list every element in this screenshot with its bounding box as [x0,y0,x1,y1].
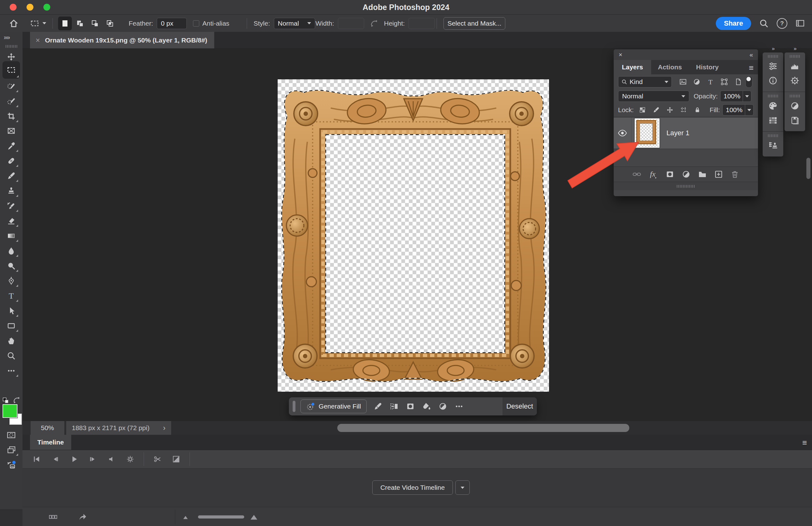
lock-position-button[interactable] [663,106,677,113]
delete-layer-icon[interactable] [730,170,739,179]
close-window-button[interactable] [10,4,17,11]
search-icon[interactable] [759,19,769,28]
taskbar-drag-handle[interactable] [293,401,295,412]
zoom-tool[interactable] [3,349,19,363]
select-and-mask-button[interactable]: Select and Mask... [444,17,505,30]
default-colors-icon[interactable] [2,397,10,405]
anti-alias-checkbox[interactable] [193,20,199,27]
tab-actions[interactable]: Actions [651,60,688,74]
quick-mask-button[interactable] [3,428,19,442]
filter-type-layers-button[interactable]: T [704,78,717,86]
dock-drag-handle[interactable] [789,55,800,58]
foreground-color-swatch[interactable] [2,404,17,418]
histogram-panel-button[interactable] [788,59,802,73]
filter-smart-objects-button[interactable] [731,78,745,86]
add-mask-icon[interactable] [666,170,674,179]
panel-resize-grip[interactable] [614,182,758,190]
swap-dimensions-icon[interactable] [370,19,378,28]
split-clip-button[interactable] [152,454,163,465]
generative-fill-button[interactable]: Generative Fill [301,399,367,413]
selection-brush-tool[interactable] [3,94,19,108]
zoom-in-thumbnails-icon[interactable] [249,512,259,522]
lock-artboard-button[interactable] [677,106,691,113]
generate-image-button[interactable] [3,457,19,472]
dock-drag-handle[interactable] [768,55,778,58]
navigator-panel-button[interactable] [788,73,802,88]
color-panel-button[interactable] [766,99,780,113]
style-dropdown[interactable]: Normal [274,18,315,29]
help-icon[interactable]: ? [777,18,787,29]
type-tool[interactable]: T [3,289,19,303]
history-brush-tool[interactable] [3,199,19,213]
panel-menu-icon[interactable]: ≡ [749,63,754,73]
lock-pixels-button[interactable] [649,106,663,113]
properties-panel-button[interactable] [766,59,780,73]
modify-selection-button[interactable] [386,399,402,413]
height-input[interactable] [408,18,435,29]
intersect-selection-button[interactable] [103,17,117,30]
render-export-icon[interactable] [78,512,87,522]
timeline-settings-button[interactable] [125,454,135,465]
eyedropper-tool[interactable] [3,139,19,153]
filter-adjustment-layers-button[interactable] [690,78,704,86]
layer-row-selected[interactable]: Layer 1 [614,117,758,149]
minimize-window-button[interactable] [27,4,33,11]
swap-colors-icon[interactable] [13,396,20,404]
dock-drag-handle[interactable] [768,134,778,137]
horizontal-scrollbar[interactable] [337,424,629,432]
chevron-right-icon[interactable]: › [163,424,165,432]
tool-preset-picker[interactable] [30,15,46,32]
timeline-menu-icon[interactable]: ≡ [802,438,807,448]
document-info-field[interactable]: 1883 px x 2171 px (72 ppi) › [66,421,171,435]
deselect-button[interactable]: Deselect [503,397,537,415]
filter-pixel-layers-button[interactable] [676,78,690,86]
feather-input[interactable]: 0 px [157,18,187,29]
opacity-dropdown[interactable]: 100% [720,91,751,102]
tab-timeline[interactable]: Timeline [30,435,71,450]
select-brush-button[interactable] [370,399,386,413]
collapse-panel-icon[interactable]: « [750,51,753,58]
blur-tool[interactable] [3,244,19,258]
libraries-panel-button[interactable] [788,113,802,128]
lock-transparency-button[interactable] [636,106,649,113]
home-button[interactable] [9,15,19,32]
play-button[interactable] [69,454,79,465]
path-select-tool[interactable] [3,304,19,318]
more-tools-button[interactable] [3,364,19,378]
expand-dock-button[interactable]: » [763,46,783,51]
lasso-tool[interactable] [3,79,19,93]
new-adjustment-layer-icon[interactable] [682,170,691,179]
swatches-panel-button[interactable] [766,113,780,128]
expand-toolbar-button[interactable]: »» [4,34,9,41]
subtract-from-selection-button[interactable] [88,17,102,30]
marquee-tool[interactable] [2,61,20,79]
vertical-scrollbar[interactable] [807,158,810,179]
create-mask-button[interactable] [402,399,419,413]
pen-tool[interactable] [3,274,19,288]
layer-style-fx-icon[interactable]: fx [649,170,658,179]
timeline-type-dropdown[interactable] [455,480,470,495]
transition-button[interactable] [171,454,182,465]
frames-view-icon[interactable] [49,513,57,521]
healing-tool[interactable] [3,154,19,168]
layer-visibility-toggle[interactable] [614,117,632,149]
maximize-window-button[interactable] [43,4,50,11]
document-canvas[interactable] [278,79,549,392]
shape-tool[interactable] [3,319,19,333]
close-tab-icon[interactable]: × [35,36,40,45]
clone-source-panel-button[interactable] [766,138,780,153]
layer-name[interactable]: Layer 1 [666,129,689,137]
share-button[interactable]: Share [716,17,751,30]
width-input[interactable] [338,18,364,29]
info-panel-button[interactable] [766,73,780,88]
zoom-level-field[interactable]: 50% [31,421,64,435]
fill-dropdown[interactable]: 100% [722,104,754,116]
filter-shape-layers-button[interactable] [717,78,731,86]
adjustments-panel-button[interactable] [788,99,802,113]
more-options-button[interactable] [451,399,467,413]
dock-drag-handle[interactable] [789,94,800,98]
blend-mode-dropdown[interactable]: Normal [618,91,689,102]
next-frame-button[interactable] [87,454,98,465]
link-layers-icon[interactable] [633,170,641,179]
workspace-icon[interactable] [795,19,805,28]
